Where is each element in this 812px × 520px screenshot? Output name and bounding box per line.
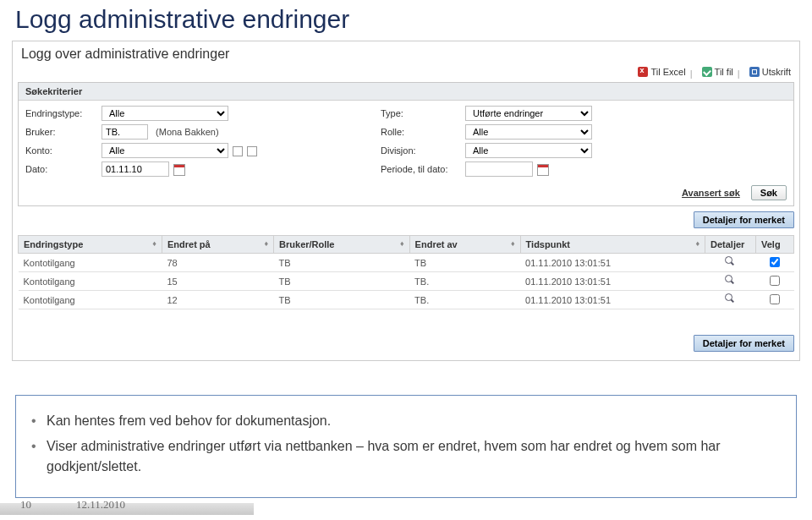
konto-picker-icon[interactable] [233, 146, 243, 156]
cell-endret-av: TB. [409, 272, 520, 291]
print-icon [749, 67, 760, 77]
cell-tidspunkt: 01.11.2010 13:01:51 [520, 272, 705, 291]
cell-type: Kontotilgang [19, 272, 162, 291]
row-checkbox[interactable] [770, 257, 780, 267]
details-button-bottom[interactable]: Detaljer for merket [694, 335, 794, 352]
konto-list-icon[interactable] [247, 146, 257, 156]
row-checkbox[interactable] [770, 294, 780, 304]
results-table: Endringstype♦ Endret på♦ Bruker/Rolle♦ E… [18, 235, 794, 309]
cell-tidspunkt: 01.11.2010 13:01:51 [520, 254, 705, 272]
cell-type: Kontotilgang [19, 291, 162, 309]
th-endringstype[interactable]: Endringstype♦ [19, 236, 162, 254]
footer-bar [0, 503, 254, 515]
th-endret-av[interactable]: Endret av♦ [409, 236, 520, 254]
sort-icon[interactable]: ♦ [511, 239, 515, 248]
search-header: Søkekriterier [19, 83, 793, 101]
slide-footer: 10 12.11.2010 [0, 496, 812, 515]
select-endringstype[interactable]: Alle [102, 106, 228, 121]
magnifier-icon[interactable] [725, 275, 736, 286]
search-button[interactable]: Søk [751, 185, 787, 200]
cell-bruker: TB [274, 291, 410, 309]
cell-endret-pa: 78 [162, 254, 273, 272]
label-endringstype: Endringstype: [25, 108, 93, 118]
cell-endret-av: TB [409, 254, 520, 272]
th-detaljer: Detaljer [705, 236, 756, 254]
table-row[interactable]: Kontotilgang78TBTB01.11.2010 13:01:51 [19, 254, 794, 272]
sort-icon[interactable]: ♦ [400, 239, 404, 248]
cell-tidspunkt: 01.11.2010 13:01:51 [520, 291, 705, 309]
input-dato[interactable] [102, 161, 169, 177]
note-bullet-2: Viser administrative endringer utført vi… [31, 436, 781, 477]
slide-title: Logg administrative endringer [0, 0, 812, 41]
magnifier-icon[interactable] [725, 293, 736, 304]
label-rolle: Rolle: [381, 127, 457, 137]
input-bruker[interactable] [102, 124, 148, 140]
label-divisjon: Divisjon: [381, 145, 457, 156]
th-tidspunkt[interactable]: Tidspunkt♦ [520, 236, 705, 254]
details-button-top[interactable]: Detaljer for merket [694, 211, 794, 228]
th-velg: Velg [756, 236, 794, 254]
calendar-icon[interactable] [537, 164, 549, 176]
export-file-button[interactable]: Til fil [702, 67, 733, 77]
label-konto: Konto: [25, 145, 93, 156]
cell-endret-pa: 12 [162, 291, 273, 309]
sort-icon[interactable]: ♦ [695, 239, 700, 248]
magnifier-icon[interactable] [725, 256, 736, 267]
sort-icon[interactable]: ♦ [152, 239, 156, 248]
select-rolle[interactable]: Alle [465, 124, 592, 140]
label-dato: Dato: [25, 164, 93, 174]
note-bullet-1: Kan hentes frem ved behov for dokumentas… [31, 411, 781, 431]
separator: | [738, 68, 740, 79]
advanced-search-link[interactable]: Avansert søk [682, 188, 740, 198]
label-type: Type: [381, 108, 457, 118]
panel-title: Logg over administrative endringer [13, 41, 799, 65]
page-number: 10 [20, 498, 31, 512]
excel-icon [638, 67, 648, 77]
slide-notes: Kan hentes frem ved behov for dokumentas… [15, 395, 797, 498]
table-row[interactable]: Kontotilgang15TBTB.01.11.2010 13:01:51 [19, 272, 794, 291]
label-periode: Periode, til dato: [381, 164, 457, 174]
th-bruker-rolle[interactable]: Bruker/Rolle♦ [274, 236, 410, 254]
print-label: Utskrift [762, 67, 791, 77]
export-file-label: Til fil [715, 67, 733, 77]
label-bruker: Bruker: [25, 127, 93, 137]
cell-bruker: TB [274, 254, 410, 272]
select-konto[interactable]: Alle [102, 143, 228, 158]
select-type[interactable]: Utførte endringer [465, 106, 592, 121]
th-endret-pa[interactable]: Endret på♦ [162, 236, 273, 254]
sort-icon[interactable]: ♦ [264, 239, 268, 248]
input-periode[interactable] [465, 161, 533, 177]
table-row[interactable]: Kontotilgang12TBTB.01.11.2010 13:01:51 [19, 291, 794, 309]
calendar-icon[interactable] [173, 164, 185, 176]
app-screenshot: Logg over administrative endringer Til E… [12, 41, 800, 361]
cell-bruker: TB [274, 272, 410, 291]
print-button[interactable]: Utskrift [749, 67, 791, 77]
file-icon [702, 67, 712, 77]
export-toolbar: Til Excel | Til fil | Utskrift [13, 65, 799, 82]
cell-endret-pa: 15 [162, 272, 273, 291]
bruker-name: (Mona Bakken) [156, 127, 219, 137]
separator: | [690, 68, 693, 79]
row-checkbox[interactable] [770, 276, 780, 286]
footer-date: 12.11.2010 [76, 498, 125, 512]
cell-type: Kontotilgang [19, 254, 162, 272]
search-panel: Søkekriterier Endringstype: Alle Type: U… [18, 82, 794, 206]
export-excel-button[interactable]: Til Excel [638, 67, 685, 77]
export-excel-label: Til Excel [650, 67, 685, 77]
cell-endret-av: TB. [409, 291, 520, 309]
select-divisjon[interactable]: Alle [465, 143, 592, 158]
